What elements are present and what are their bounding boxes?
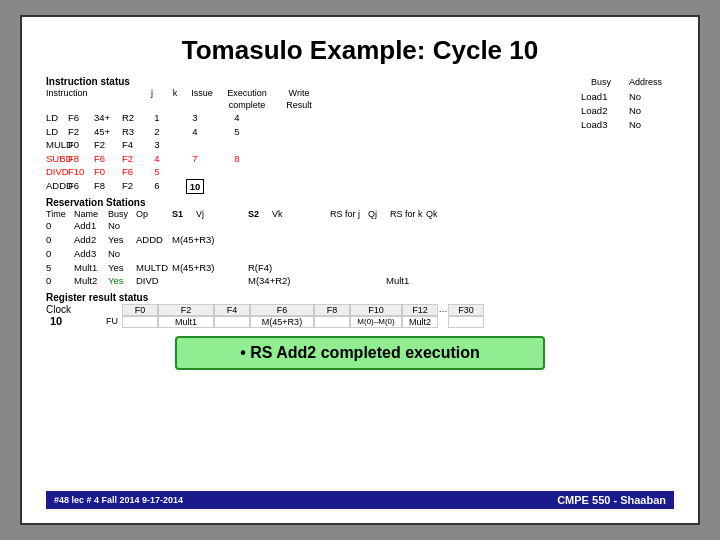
instruction-status-section: Instruction status Instruction j k Issue… (46, 76, 581, 194)
rs-rows: 0 Add1 No Done executing 0 Add2 Yes A (46, 219, 674, 288)
col-header-exec: Executioncomplete (217, 88, 277, 111)
table-row: SUBD F8 F6 F2 4 7 8 (46, 152, 581, 165)
fu-label: FU (106, 316, 118, 326)
highlight-box: • RS Add2 completed execution (175, 336, 545, 370)
rs-row-mult2: 0 Mult2 Yes DIVD M(34+R2) Mult1 (46, 274, 674, 288)
register-names-row: F0 F2 F4 F6 F8 F10 F12 … F30 (122, 304, 484, 316)
footer-bar: #48 lec # 4 Fall 2014 9-17-2014 CMPE 550… (46, 491, 674, 509)
rs-row-add3: 0 Add3 No (46, 247, 674, 261)
col-header-issue: Issue (187, 88, 217, 111)
table-row: ADDD F6 F8 F2 6 10 (46, 179, 581, 194)
boxed-10: 10 (186, 179, 205, 194)
table-row: LD F6 34+ R2 1 3 4 (46, 111, 581, 124)
instruction-rows: LD F6 34+ R2 1 3 4 LD F2 45+ R3 2 (46, 111, 581, 194)
clock-label: Clock (46, 304, 106, 315)
rs-row-mult1: 5 Mult1 Yes MULTD M(45+R3) R(F4) (46, 261, 674, 275)
col-header-busy: Busy (591, 76, 619, 89)
table-row: LD F2 45+ R3 2 4 5 (46, 125, 581, 138)
register-columns: F0 F2 F4 F6 F8 F10 F12 … F30 Mult1 M(45+… (122, 304, 484, 328)
rs-section-label: Reservation Stations (46, 197, 674, 208)
footer-left: #48 lec # 4 Fall 2014 9-17-2014 (54, 495, 183, 505)
table-row: MULD F0 F2 F4 3 (46, 138, 581, 151)
rs-row-add2: Done executing 0 Add2 Yes ADDD M(45+R3) (46, 233, 674, 247)
slide: Tomasulo Example: Cycle 10 Instruction s… (20, 15, 700, 525)
load-row: Load1 No (581, 90, 674, 104)
clock-section: Clock 10 (46, 304, 106, 327)
rs-headers: Time Name Busy Op S1 Vj S2 Vk RS for j Q… (46, 209, 674, 219)
content-area: Instruction status Instruction j k Issue… (46, 76, 674, 487)
col-header-j: j (141, 88, 163, 111)
register-result-status-label: Register result status (46, 292, 674, 303)
register-status-area: Clock 10 FU F0 F2 F4 F6 F8 F10 F12 … F30 (46, 304, 674, 328)
reservation-stations-section: Reservation Stations Time Name Busy Op S… (46, 197, 674, 288)
slide-title: Tomasulo Example: Cycle 10 (46, 35, 674, 66)
load-units-section: Busy Address Load1 No Load2 No Load3 No (581, 76, 674, 194)
load-row: Load3 No (581, 118, 674, 132)
rs-row-add1: 0 Add1 No (46, 219, 674, 233)
load-row: Load2 No (581, 104, 674, 118)
footer-right: CMPE 550 - Shaaban (557, 494, 666, 506)
col-header-write: WriteResult (277, 88, 321, 111)
s2-label: S2 (248, 209, 268, 219)
col-header-instruction: Instruction (46, 88, 141, 111)
instruction-status-label: Instruction status (46, 76, 581, 87)
col-header-address: Address (629, 76, 674, 89)
s1-label: S1 (172, 209, 192, 219)
col-header-k: k (163, 88, 187, 111)
register-values-row: Mult1 M(45+R3) M(0)–M(0) Mult2 (122, 316, 484, 328)
clock-value: 10 (46, 315, 106, 327)
table-row: DIVD F10 F0 F6 5 (46, 165, 581, 178)
